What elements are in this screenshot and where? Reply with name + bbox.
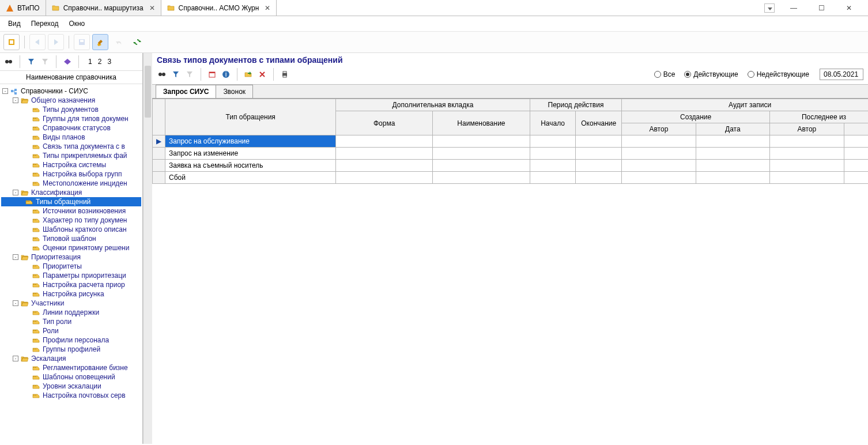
find-icon[interactable] (157, 69, 167, 80)
undo-button[interactable] (111, 34, 127, 50)
tree-node[interactable]: Настройка системы (1, 160, 141, 169)
tree-node[interactable]: Справочник статусов (1, 123, 141, 133)
tree-node[interactable]: Приоритеты (1, 262, 141, 271)
book-icon (32, 374, 40, 380)
tree-node[interactable]: Настройка почтовых серв (1, 391, 141, 400)
table-row[interactable]: Сбой (153, 172, 869, 184)
delete-icon[interactable] (257, 69, 267, 80)
wizard-button[interactable] (3, 34, 20, 50)
tree-node[interactable]: -Общего назначения (1, 96, 141, 105)
tree-node-label: Роли (43, 327, 59, 335)
tree-node-label: Общего назначения (31, 96, 95, 104)
filter-icon[interactable] (171, 69, 181, 80)
forward-button[interactable] (48, 34, 64, 50)
tree-node[interactable]: Связь типа документа с в (1, 142, 141, 151)
tree-node-label: Типы прикрепляемых фай (43, 152, 127, 160)
toggle-icon[interactable]: - (13, 190, 18, 195)
table-row[interactable]: ▶Запрос на обслуживание (153, 135, 869, 148)
tree-node[interactable]: Параметры приоритезаци (1, 271, 141, 280)
close-button[interactable]: ✕ (840, 4, 858, 12)
tree-node[interactable]: Типовой шаблон (1, 234, 141, 243)
info-icon[interactable] (221, 69, 231, 80)
subtab[interactable]: Запрос СИУС (156, 85, 216, 98)
filter-inactive-radio[interactable]: Недействующие (748, 70, 809, 78)
filter-all-radio[interactable]: Все (654, 70, 675, 78)
tree-node[interactable]: Настройка расчета приор (1, 280, 141, 289)
app-tab[interactable]: Справочни.. маршрутиза✕ (46, 0, 161, 16)
tree-node-label: Линии поддержки (43, 308, 99, 316)
print-icon[interactable] (280, 69, 290, 80)
tree-node[interactable]: Характер по типу докумен (1, 216, 141, 225)
filter-date-input[interactable] (820, 69, 863, 80)
tree-node[interactable]: -Приоритезация (1, 252, 141, 262)
tree-node-label: Параметры приоритезаци (43, 271, 126, 280)
tree-node[interactable]: Тип роли (1, 317, 141, 326)
toggle-icon[interactable]: - (13, 254, 18, 260)
toggle-icon[interactable]: - (13, 300, 18, 306)
tree-node[interactable]: Типы документов (1, 105, 141, 114)
filter-clear-icon[interactable] (40, 56, 50, 67)
close-icon[interactable]: ✕ (265, 4, 270, 12)
open-icon[interactable] (243, 69, 254, 80)
menu-view[interactable]: Вид (8, 20, 21, 28)
folder-open-icon (21, 355, 29, 362)
tree-node[interactable]: Типы обращений (1, 197, 141, 206)
tree-node[interactable]: Группы для типов докумен (1, 114, 141, 123)
minimize-button[interactable]: — (785, 4, 802, 12)
tree-node-label: Настройка системы (43, 161, 106, 169)
filter-icon[interactable] (26, 56, 36, 67)
dropdown-icon[interactable] (764, 3, 775, 13)
refresh-button[interactable] (129, 34, 145, 50)
find-icon[interactable] (3, 56, 14, 67)
save-button[interactable] (74, 34, 90, 50)
toggle-icon[interactable]: - (13, 97, 18, 103)
tree-node[interactable]: Группы профилей (1, 345, 141, 354)
tree-node[interactable]: Уровни эскалации (1, 382, 141, 391)
sidebar: 123 Наименование справочника -Справочник… (0, 53, 143, 444)
tree-node[interactable]: -Участники (1, 299, 141, 308)
tree-node[interactable]: Регламентирование бизне (1, 363, 141, 372)
tree-node[interactable]: Шаблоны оповещений (1, 372, 141, 382)
book-icon (32, 281, 40, 288)
folder-open-icon (21, 254, 29, 261)
data-grid[interactable]: Тип обращенияДополнительная вкладкаПерио… (152, 99, 868, 184)
tree-node[interactable]: -Эскалация (1, 354, 141, 363)
menu-nav[interactable]: Переход (31, 20, 59, 28)
tree-node[interactable]: Источники возникновения (1, 206, 141, 216)
back-button[interactable] (29, 34, 46, 50)
tree-node[interactable]: Настройка рисунка (1, 289, 141, 299)
tree-node[interactable]: Местоположение инциден (1, 179, 141, 188)
tree-node[interactable]: -Классификация (1, 188, 141, 197)
close-icon[interactable]: ✕ (149, 4, 155, 12)
tree-node[interactable]: Оценки принятому решени (1, 243, 141, 252)
filter-active-radio[interactable]: Действующие (684, 70, 738, 78)
maximize-button[interactable]: ☐ (813, 4, 830, 12)
app-tab[interactable]: ВТиПО (0, 0, 46, 16)
tree-node[interactable]: Профили персонала (1, 335, 141, 345)
book-icon (32, 171, 40, 178)
toggle-icon[interactable]: - (13, 356, 18, 361)
filter-clear-icon[interactable] (184, 69, 195, 80)
column-picker[interactable]: 123 (85, 58, 111, 66)
tree-node-label: Группы для типов докумен (43, 115, 129, 123)
tree-node[interactable]: Виды планов (1, 133, 141, 142)
nav-back-icon[interactable] (62, 56, 73, 67)
app-tab[interactable]: Справочни.. АСМО Журн✕ (161, 0, 277, 16)
subtab[interactable]: Звонок (216, 85, 253, 98)
tree[interactable]: -Справочники - СИУС-Общего назначенияТип… (0, 84, 142, 444)
tree-node[interactable]: Шаблоны краткого описан (1, 225, 141, 234)
tree-node[interactable]: Типы прикрепляемых фай (1, 151, 141, 160)
tree-node-label: Типовой шаблон (43, 235, 96, 243)
menu-window[interactable]: Окно (69, 20, 85, 28)
tree-node[interactable]: Настройка выбора групп (1, 169, 141, 179)
toggle-icon[interactable]: - (2, 88, 8, 94)
tree-node[interactable]: Линии поддержки (1, 308, 141, 317)
tree-node[interactable]: -Справочники - СИУС (1, 86, 141, 96)
tree-scrollbar[interactable] (143, 53, 152, 444)
edit-button[interactable] (92, 34, 108, 50)
app-tab-label: Справочни.. АСМО Журн (179, 4, 259, 12)
calendar-icon[interactable] (207, 69, 217, 80)
table-row[interactable]: Запрос на изменение (153, 148, 869, 160)
table-row[interactable]: Заявка на съемный носитель (153, 160, 869, 172)
tree-node[interactable]: Роли (1, 326, 141, 335)
